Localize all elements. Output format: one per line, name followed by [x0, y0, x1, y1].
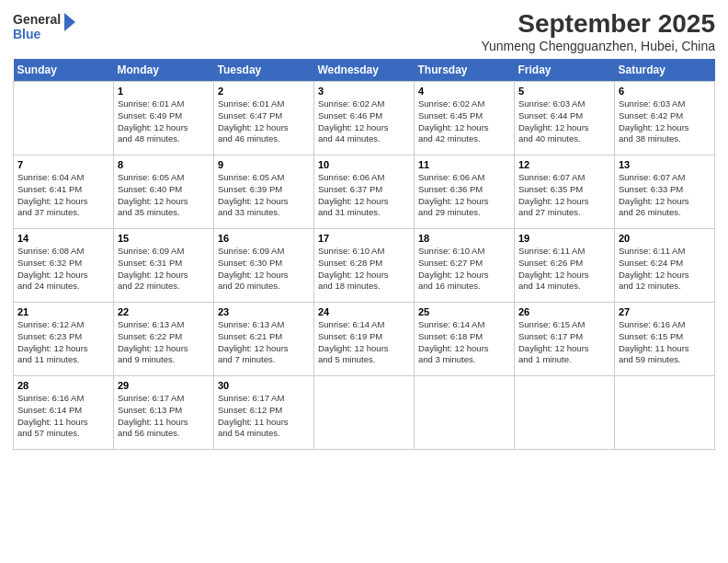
- calendar-cell: [415, 376, 515, 450]
- day-info: Sunrise: 6:16 AM Sunset: 6:14 PM Dayligh…: [17, 393, 109, 440]
- svg-text:Blue: Blue: [13, 27, 41, 41]
- day-number: 6: [619, 86, 711, 97]
- day-number: 20: [619, 233, 711, 244]
- calendar-week-row: 7Sunrise: 6:04 AM Sunset: 6:41 PM Daylig…: [14, 155, 715, 229]
- calendar-cell: 15Sunrise: 6:09 AM Sunset: 6:31 PM Dayli…: [114, 229, 214, 303]
- day-number: 3: [318, 86, 410, 97]
- calendar-cell: 12Sunrise: 6:07 AM Sunset: 6:35 PM Dayli…: [515, 155, 615, 229]
- weekday-header: Sunday: [14, 59, 114, 82]
- day-info: Sunrise: 6:17 AM Sunset: 6:13 PM Dayligh…: [118, 393, 210, 440]
- page-subtitle: Yunmeng Chengguanzhen, Hubei, China: [481, 39, 715, 53]
- calendar-cell: 20Sunrise: 6:11 AM Sunset: 6:24 PM Dayli…: [615, 229, 715, 303]
- title-block: September 2025 Yunmeng Chengguanzhen, Hu…: [481, 9, 715, 53]
- day-info: Sunrise: 6:16 AM Sunset: 6:15 PM Dayligh…: [619, 319, 711, 366]
- calendar-week-row: 28Sunrise: 6:16 AM Sunset: 6:14 PM Dayli…: [14, 376, 715, 450]
- calendar-cell: [515, 376, 615, 450]
- day-info: Sunrise: 6:02 AM Sunset: 6:46 PM Dayligh…: [318, 98, 410, 145]
- calendar-cell: 23Sunrise: 6:13 AM Sunset: 6:21 PM Dayli…: [214, 303, 314, 376]
- day-number: 7: [17, 159, 109, 170]
- day-info: Sunrise: 6:14 AM Sunset: 6:18 PM Dayligh…: [418, 319, 510, 366]
- day-number: 21: [17, 306, 109, 317]
- day-info: Sunrise: 6:01 AM Sunset: 6:47 PM Dayligh…: [218, 98, 310, 145]
- day-info: Sunrise: 6:10 AM Sunset: 6:28 PM Dayligh…: [318, 246, 410, 293]
- day-number: 24: [318, 306, 410, 317]
- svg-text:General: General: [13, 12, 61, 27]
- calendar-cell: 25Sunrise: 6:14 AM Sunset: 6:18 PM Dayli…: [415, 303, 515, 376]
- header: General Blue September 2025 Yunmeng Chen…: [13, 9, 715, 53]
- calendar-cell: 7Sunrise: 6:04 AM Sunset: 6:41 PM Daylig…: [14, 155, 114, 229]
- calendar-cell: 11Sunrise: 6:06 AM Sunset: 6:36 PM Dayli…: [415, 155, 515, 229]
- weekday-header: Wednesday: [314, 59, 415, 82]
- calendar-cell: 8Sunrise: 6:05 AM Sunset: 6:40 PM Daylig…: [114, 155, 214, 229]
- calendar-cell: 19Sunrise: 6:11 AM Sunset: 6:26 PM Dayli…: [515, 229, 615, 303]
- day-info: Sunrise: 6:06 AM Sunset: 6:36 PM Dayligh…: [418, 172, 510, 219]
- day-info: Sunrise: 6:05 AM Sunset: 6:39 PM Dayligh…: [218, 172, 310, 219]
- calendar-cell: 29Sunrise: 6:17 AM Sunset: 6:13 PM Dayli…: [114, 376, 214, 450]
- day-number: 18: [418, 233, 510, 244]
- weekday-header: Saturday: [615, 59, 715, 82]
- day-number: 19: [518, 233, 610, 244]
- day-number: 4: [418, 86, 510, 97]
- day-number: 11: [418, 159, 510, 170]
- calendar-week-row: 1Sunrise: 6:01 AM Sunset: 6:49 PM Daylig…: [14, 82, 715, 155]
- calendar-cell: 26Sunrise: 6:15 AM Sunset: 6:17 PM Dayli…: [515, 303, 615, 376]
- day-number: 1: [118, 86, 210, 97]
- calendar-cell: 6Sunrise: 6:03 AM Sunset: 6:42 PM Daylig…: [615, 82, 715, 155]
- day-info: Sunrise: 6:12 AM Sunset: 6:23 PM Dayligh…: [17, 319, 109, 366]
- day-number: 29: [118, 380, 210, 391]
- day-number: 16: [218, 233, 310, 244]
- calendar-cell: 27Sunrise: 6:16 AM Sunset: 6:15 PM Dayli…: [615, 303, 715, 376]
- day-number: 27: [619, 306, 711, 317]
- day-number: 8: [118, 159, 210, 170]
- day-number: 26: [518, 306, 610, 317]
- day-info: Sunrise: 6:13 AM Sunset: 6:21 PM Dayligh…: [218, 319, 310, 366]
- calendar-cell: 2Sunrise: 6:01 AM Sunset: 6:47 PM Daylig…: [214, 82, 314, 155]
- day-info: Sunrise: 6:17 AM Sunset: 6:12 PM Dayligh…: [218, 393, 310, 440]
- logo: General Blue: [13, 9, 77, 44]
- day-number: 9: [218, 159, 310, 170]
- day-number: 22: [118, 306, 210, 317]
- calendar-cell: 4Sunrise: 6:02 AM Sunset: 6:45 PM Daylig…: [415, 82, 515, 155]
- calendar-cell: [615, 376, 715, 450]
- calendar-cell: [14, 82, 114, 155]
- day-number: 10: [318, 159, 410, 170]
- calendar-cell: 17Sunrise: 6:10 AM Sunset: 6:28 PM Dayli…: [314, 229, 415, 303]
- calendar-cell: 14Sunrise: 6:08 AM Sunset: 6:32 PM Dayli…: [14, 229, 114, 303]
- day-info: Sunrise: 6:04 AM Sunset: 6:41 PM Dayligh…: [17, 172, 109, 219]
- calendar-cell: 3Sunrise: 6:02 AM Sunset: 6:46 PM Daylig…: [314, 82, 415, 155]
- calendar-cell: 30Sunrise: 6:17 AM Sunset: 6:12 PM Dayli…: [214, 376, 314, 450]
- calendar-cell: 5Sunrise: 6:03 AM Sunset: 6:44 PM Daylig…: [515, 82, 615, 155]
- calendar-cell: 9Sunrise: 6:05 AM Sunset: 6:39 PM Daylig…: [214, 155, 314, 229]
- calendar-cell: [314, 376, 415, 450]
- page-title: September 2025: [481, 9, 715, 39]
- day-number: 17: [318, 233, 410, 244]
- day-info: Sunrise: 6:09 AM Sunset: 6:31 PM Dayligh…: [118, 246, 210, 293]
- day-info: Sunrise: 6:05 AM Sunset: 6:40 PM Dayligh…: [118, 172, 210, 219]
- day-number: 28: [17, 380, 109, 391]
- day-info: Sunrise: 6:03 AM Sunset: 6:44 PM Dayligh…: [518, 98, 610, 145]
- calendar-week-row: 21Sunrise: 6:12 AM Sunset: 6:23 PM Dayli…: [14, 303, 715, 376]
- calendar-week-row: 14Sunrise: 6:08 AM Sunset: 6:32 PM Dayli…: [14, 229, 715, 303]
- calendar-cell: 21Sunrise: 6:12 AM Sunset: 6:23 PM Dayli…: [14, 303, 114, 376]
- day-info: Sunrise: 6:01 AM Sunset: 6:49 PM Dayligh…: [118, 98, 210, 145]
- calendar-cell: 28Sunrise: 6:16 AM Sunset: 6:14 PM Dayli…: [14, 376, 114, 450]
- day-info: Sunrise: 6:15 AM Sunset: 6:17 PM Dayligh…: [518, 319, 610, 366]
- day-info: Sunrise: 6:07 AM Sunset: 6:33 PM Dayligh…: [619, 172, 711, 219]
- calendar-cell: 16Sunrise: 6:09 AM Sunset: 6:30 PM Dayli…: [214, 229, 314, 303]
- day-info: Sunrise: 6:11 AM Sunset: 6:26 PM Dayligh…: [518, 246, 610, 293]
- weekday-header-row: SundayMondayTuesdayWednesdayThursdayFrid…: [14, 59, 715, 82]
- day-number: 5: [518, 86, 610, 97]
- calendar-cell: 1Sunrise: 6:01 AM Sunset: 6:49 PM Daylig…: [114, 82, 214, 155]
- day-number: 30: [218, 380, 310, 391]
- svg-marker-2: [64, 13, 75, 31]
- weekday-header: Monday: [114, 59, 214, 82]
- day-info: Sunrise: 6:14 AM Sunset: 6:19 PM Dayligh…: [318, 319, 410, 366]
- day-info: Sunrise: 6:03 AM Sunset: 6:42 PM Dayligh…: [619, 98, 711, 145]
- calendar-cell: 10Sunrise: 6:06 AM Sunset: 6:37 PM Dayli…: [314, 155, 415, 229]
- day-info: Sunrise: 6:02 AM Sunset: 6:45 PM Dayligh…: [418, 98, 510, 145]
- calendar-table: SundayMondayTuesdayWednesdayThursdayFrid…: [13, 59, 715, 450]
- day-info: Sunrise: 6:13 AM Sunset: 6:22 PM Dayligh…: [118, 319, 210, 366]
- day-number: 15: [118, 233, 210, 244]
- logo-svg: General Blue: [13, 9, 77, 44]
- day-number: 13: [619, 159, 711, 170]
